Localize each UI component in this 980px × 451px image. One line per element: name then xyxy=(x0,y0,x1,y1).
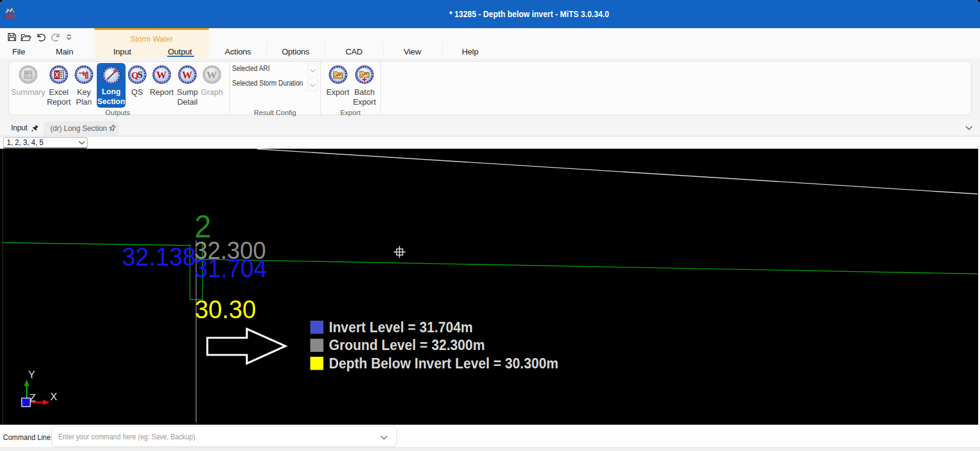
svg-text:W: W xyxy=(182,69,192,81)
svg-text:Invert Level = 31.704m: Invert Level = 31.704m xyxy=(329,319,473,335)
svg-text:32.138: 32.138 xyxy=(122,242,196,271)
svg-text:W: W xyxy=(156,69,167,81)
svg-text:W: W xyxy=(206,69,217,81)
svg-text:Ground Level = 32.300m: Ground Level = 32.300m xyxy=(329,337,485,353)
svg-text:S: S xyxy=(138,70,143,80)
svg-text:Y: Y xyxy=(28,369,35,381)
svg-text:31.704: 31.704 xyxy=(195,253,267,283)
svg-text:X: X xyxy=(50,391,57,403)
svg-text:30.30: 30.30 xyxy=(195,294,256,324)
svg-text:Depth Below Invert Level = 30.: Depth Below Invert Level = 30.300m xyxy=(329,355,559,371)
svg-text:MiTS: MiTS xyxy=(5,13,15,20)
